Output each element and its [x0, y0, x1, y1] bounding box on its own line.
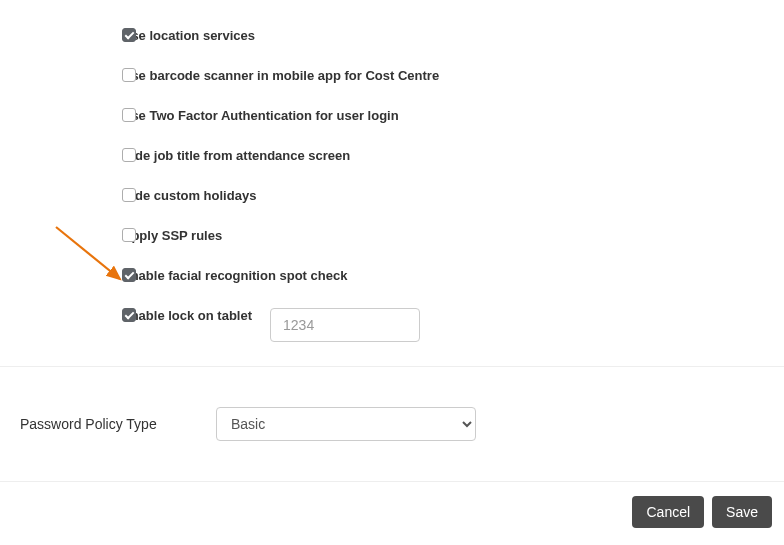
checkbox-column — [20, 188, 122, 204]
password-policy-select[interactable]: Basic — [216, 407, 476, 441]
setting-label: Use Two Factor Authentication for user l… — [122, 108, 399, 124]
checkbox-column — [20, 228, 122, 244]
setting-label: Hide custom holidays — [122, 188, 256, 204]
label-column: Use location services — [122, 28, 764, 44]
setting-label: Use barcode scanner in mobile app for Co… — [122, 68, 439, 84]
label-column: Use barcode scanner in mobile app for Co… — [122, 68, 764, 84]
checkbox-facial-recognition[interactable] — [122, 268, 136, 282]
checkbox-hide-job-title[interactable] — [122, 148, 136, 162]
checkbox-column — [20, 28, 122, 44]
label-column: Apply SSP rules — [122, 228, 764, 244]
checkbox-two-factor[interactable] — [122, 108, 136, 122]
setting-label: Enable facial recognition spot check — [122, 268, 347, 284]
checkbox-hide-holidays[interactable] — [122, 188, 136, 202]
setting-row-hide-holidays: Hide custom holidays — [20, 188, 764, 204]
setting-label: Enable lock on tablet — [122, 308, 252, 324]
setting-row-location-services: Use location services — [20, 28, 764, 44]
password-policy-label: Password Policy Type — [20, 416, 216, 432]
setting-row-lock-tablet: Enable lock on tablet — [20, 308, 764, 342]
save-button[interactable]: Save — [712, 496, 772, 528]
checkbox-column — [20, 268, 122, 284]
checkbox-barcode-scanner[interactable] — [122, 68, 136, 82]
label-column: Enable lock on tablet — [122, 308, 764, 342]
checkbox-ssp-rules[interactable] — [122, 228, 136, 242]
cancel-button[interactable]: Cancel — [632, 496, 704, 528]
checkbox-column — [20, 148, 122, 164]
label-column: Use Two Factor Authentication for user l… — [122, 108, 764, 124]
checkbox-column — [20, 68, 122, 84]
label-column: Enable facial recognition spot check — [122, 268, 764, 284]
label-column: Hide custom holidays — [122, 188, 764, 204]
label-column: Hide job title from attendance screen — [122, 148, 764, 164]
setting-row-ssp-rules: Apply SSP rules — [20, 228, 764, 244]
setting-row-two-factor: Use Two Factor Authentication for user l… — [20, 108, 764, 124]
password-policy-section: Password Policy Type Basic — [0, 367, 784, 481]
setting-row-facial-recognition: Enable facial recognition spot check — [20, 268, 764, 284]
checkbox-column — [20, 308, 122, 324]
setting-row-barcode-scanner: Use barcode scanner in mobile app for Co… — [20, 68, 764, 84]
setting-row-hide-job-title: Hide job title from attendance screen — [20, 148, 764, 164]
checkbox-column — [20, 108, 122, 124]
footer-actions: Cancel Save — [0, 481, 784, 528]
lock-code-input[interactable] — [270, 308, 420, 342]
checkbox-location-services[interactable] — [122, 28, 136, 42]
setting-label: Apply SSP rules — [122, 228, 222, 244]
setting-label: Hide job title from attendance screen — [122, 148, 350, 164]
setting-label: Use location services — [122, 28, 255, 44]
settings-list: Use location services Use barcode scanne… — [0, 0, 784, 342]
checkbox-lock-tablet[interactable] — [122, 308, 136, 322]
